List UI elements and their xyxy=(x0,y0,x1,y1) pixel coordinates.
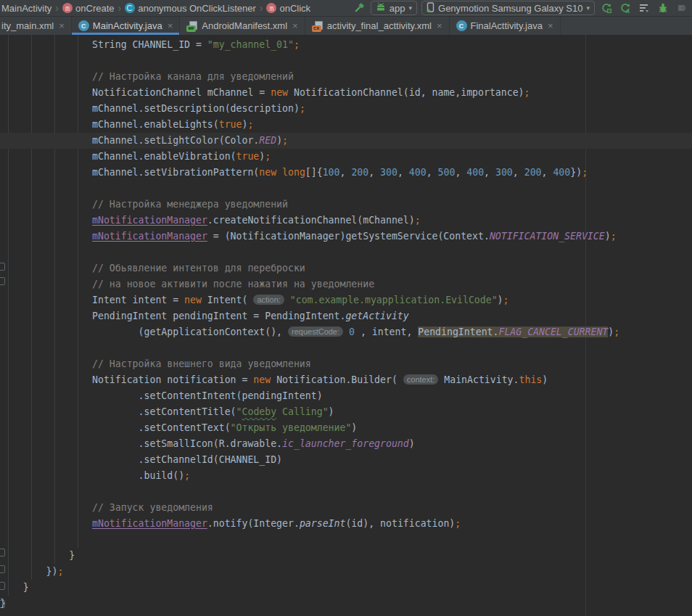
code-token: , xyxy=(542,167,553,178)
code-line[interactable]: // Настройка менеджера уведомлений xyxy=(0,197,692,213)
code-token: mNotificationManager xyxy=(92,231,207,242)
code-line[interactable]: (getApplicationContext(), requestCode: 0… xyxy=(0,324,692,340)
code-token: Intent( xyxy=(202,295,253,305)
close-icon[interactable]: × xyxy=(168,20,173,31)
code-line[interactable]: // Настройка канала для уведомлений xyxy=(0,69,692,85)
code-token: mNotificationManager xyxy=(92,215,207,226)
code-line[interactable] xyxy=(0,53,692,69)
code-token: mNotificationManager xyxy=(92,518,207,529)
code-token: PendingIntent pendingIntent = PendingInt… xyxy=(92,311,345,321)
code-editor[interactable]: String CHANNEL_ID = "my_channel_01"; // … xyxy=(0,35,692,616)
manifest-file-icon: MF xyxy=(186,20,198,32)
code-token: (id), notification) xyxy=(345,518,455,529)
code-line[interactable]: mNotificationManager.notify(Integer.pars… xyxy=(0,516,692,532)
parameter-hint: action: xyxy=(253,295,284,305)
code-token: // Настройка менеджера уведомлений xyxy=(92,199,288,210)
attach-debugger-icon[interactable] xyxy=(675,1,689,15)
code-token: PendingIntent. xyxy=(418,327,498,337)
code-line[interactable]: Intent intent = new Intent( action: "com… xyxy=(0,292,692,308)
code-token: }) xyxy=(570,167,582,178)
breadcrumb-item[interactable]: monCreate xyxy=(62,3,114,14)
close-icon[interactable]: × xyxy=(437,20,442,31)
close-icon[interactable]: × xyxy=(59,20,65,31)
code-token: 0 xyxy=(349,327,355,337)
code-token: "com.example.myapplication.EvilCode" xyxy=(290,295,498,305)
code-token: ; xyxy=(247,119,253,130)
device-selector[interactable]: Genymotion Samsung Galaxy S10 ▾ xyxy=(421,1,595,15)
code-token: mChannel.setVibrationPattern( xyxy=(92,167,259,178)
breadcrumb-item[interactable]: monClick xyxy=(266,3,310,14)
tab-AndroidManifest.xml[interactable]: MFAndroidManifest.xml× xyxy=(180,17,305,35)
code-line[interactable]: mChannel.enableVibration(true); xyxy=(0,149,692,165)
code-line[interactable]: // Запуск уведомления xyxy=(0,500,692,516)
debug-icon[interactable] xyxy=(656,1,670,15)
code-line[interactable]: .build(); xyxy=(0,468,692,484)
code-line[interactable]: .setChannelId(CHANNEL_ID) xyxy=(0,452,692,468)
code-line[interactable]: } xyxy=(0,580,692,596)
device-phone-icon xyxy=(427,2,434,15)
code-token: .createNotificationChannel(mChannel) xyxy=(207,215,415,226)
code-line[interactable]: // на новое активити после нажатия на ув… xyxy=(0,276,692,292)
build-hammer-icon[interactable] xyxy=(352,1,366,15)
code-token: Notification.Builder( xyxy=(271,374,403,385)
code-token: NOTIFICATION_SERVICE xyxy=(490,231,605,242)
code-token: .notify(Integer. xyxy=(207,518,300,529)
code-area[interactable]: String CHANNEL_ID = "my_channel_01"; // … xyxy=(0,35,692,612)
close-icon[interactable]: × xyxy=(548,20,553,31)
code-line[interactable]: } xyxy=(0,596,692,612)
close-icon[interactable]: × xyxy=(292,20,298,31)
apply-changes-icon[interactable] xyxy=(599,1,614,15)
code-line[interactable] xyxy=(0,181,692,197)
code-token: 300 xyxy=(495,167,513,178)
profiler-icon[interactable] xyxy=(637,1,651,15)
code-line[interactable]: mChannel.setDescription(description); xyxy=(0,101,692,117)
code-token: FLAG_CANCEL_CURRENT xyxy=(498,327,608,337)
code-line[interactable]: // Обьявление интентов для переброски xyxy=(0,260,692,276)
android-icon xyxy=(376,2,386,14)
code-token: , xyxy=(455,167,466,178)
code-line[interactable]: mChannel.setLightColor(Color.RED); xyxy=(0,133,692,149)
code-line[interactable]: .setContentIntent(pendingIntent) xyxy=(0,388,692,404)
code-token: 200 xyxy=(351,167,368,178)
tab-MainActivity.java[interactable]: CMainActivity.java× xyxy=(72,17,180,35)
code-line[interactable]: mNotificationManager.createNotificationC… xyxy=(0,213,692,229)
method-icon: m xyxy=(266,3,276,13)
code-line[interactable]: // Настройка внешнего вида уведомления xyxy=(0,356,692,372)
breadcrumb-item[interactable]: MainActivity xyxy=(1,3,52,14)
tab-ity_main.xml[interactable]: ity_main.xml× xyxy=(0,17,72,35)
code-line[interactable] xyxy=(0,484,692,500)
code-token: , xyxy=(368,167,380,178)
code-line[interactable]: NotificationChannel mChannel = new Notif… xyxy=(0,85,692,101)
code-line[interactable]: PendingIntent pendingIntent = PendingInt… xyxy=(0,308,692,324)
chevron-down-icon: ▾ xyxy=(586,4,590,12)
code-line[interactable] xyxy=(0,532,692,548)
tab-FinalActtivity.java[interactable]: CFinalActtivity.java× xyxy=(450,17,561,35)
method-icon: m xyxy=(62,3,73,13)
code-token: ; xyxy=(294,39,300,50)
code-line[interactable]: mNotificationManager = (NotificationMana… xyxy=(0,229,692,245)
code-line[interactable]: .setContentTitle("Codeby Calling") xyxy=(0,404,692,420)
tab-activity_final_acttivity.xml[interactable]: CXactivity_final_acttivity.xml× xyxy=(305,17,450,35)
breadcrumb-item[interactable]: anonymous OnClickListener xyxy=(125,3,256,14)
code-token: .setContentTitle( xyxy=(139,406,236,417)
code-line[interactable]: .setSmallIcon(R.drawable.ic_launcher_for… xyxy=(0,436,692,452)
code-line[interactable]: }); xyxy=(0,564,692,580)
code-token: new xyxy=(271,87,288,98)
code-token: ; xyxy=(184,470,190,481)
tab-label: activity_final_acttivity.xml xyxy=(327,20,432,31)
code-line[interactable]: mChannel.enableLights(true); xyxy=(0,117,692,133)
code-token: // Обьявление интентов для переброски xyxy=(92,263,305,274)
run-config-selector[interactable]: app ▾ xyxy=(371,1,417,15)
code-token: RED xyxy=(259,135,276,146)
code-line[interactable]: .setContentText("Открыть уведомление") xyxy=(0,420,692,436)
code-line[interactable] xyxy=(0,245,692,260)
code-line[interactable] xyxy=(0,340,692,356)
code-line[interactable]: String CHANNEL_ID = "my_channel_01"; xyxy=(0,37,692,53)
code-token xyxy=(284,295,290,305)
code-line[interactable]: mChannel.setVibrationPattern(new long[]{… xyxy=(0,165,692,181)
apply-code-changes-icon[interactable]: A xyxy=(618,1,633,15)
code-token xyxy=(276,167,282,178)
run-config-label: app xyxy=(390,3,405,14)
code-line[interactable]: Notification notification = new Notifica… xyxy=(0,372,692,388)
code-line[interactable]: } xyxy=(0,548,692,564)
